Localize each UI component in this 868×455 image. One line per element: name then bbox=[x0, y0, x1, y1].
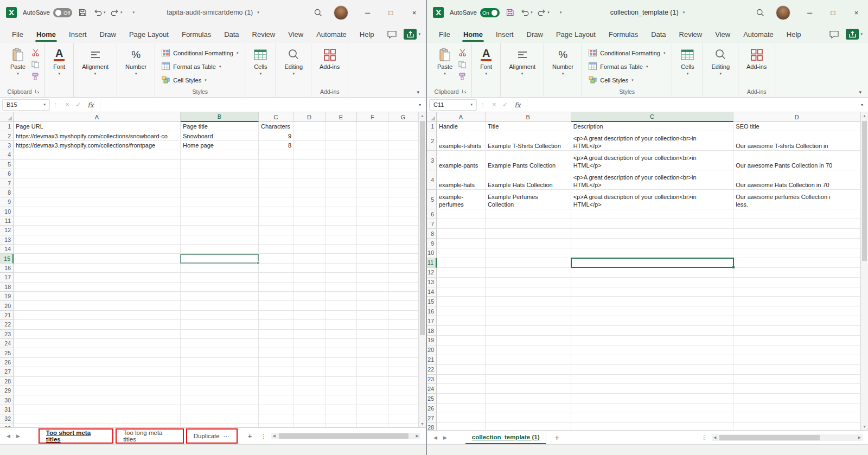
cell-E24[interactable] bbox=[326, 339, 357, 348]
row-header-25[interactable]: 25 bbox=[427, 394, 437, 403]
cell-B13[interactable] bbox=[181, 235, 259, 245]
cell-A13[interactable] bbox=[14, 235, 181, 245]
cell-F27[interactable] bbox=[357, 367, 388, 376]
cell-B17[interactable] bbox=[181, 273, 259, 282]
cell-G29[interactable] bbox=[388, 386, 418, 395]
column-header-E[interactable]: E bbox=[326, 112, 357, 122]
insert-function-icon[interactable]: fx bbox=[510, 101, 525, 109]
cell-C13[interactable] bbox=[571, 278, 734, 287]
cell-F24[interactable] bbox=[357, 339, 388, 348]
cell-A24[interactable] bbox=[14, 339, 181, 348]
cell-A12[interactable] bbox=[437, 268, 486, 278]
scroll-left-icon[interactable]: ◀ bbox=[713, 435, 716, 440]
row-header-10[interactable]: 10 bbox=[427, 248, 437, 258]
cell-C33[interactable] bbox=[259, 424, 293, 428]
cell-C5[interactable]: <p>A great description of your collectio… bbox=[571, 190, 734, 209]
cell-D21[interactable] bbox=[293, 311, 326, 320]
cell-C18[interactable] bbox=[259, 283, 293, 292]
cell-D32[interactable] bbox=[293, 414, 326, 424]
cell-F2[interactable] bbox=[357, 131, 388, 140]
add-sheet-button[interactable]: + bbox=[551, 433, 563, 442]
cell-C4[interactable]: <p>A great description of your collectio… bbox=[571, 170, 734, 190]
cell-G16[interactable] bbox=[388, 264, 418, 273]
cell-C1[interactable]: Characters bbox=[259, 122, 293, 131]
cell-A8[interactable] bbox=[14, 188, 181, 197]
cell-D14[interactable] bbox=[293, 245, 326, 254]
cell-A23[interactable] bbox=[14, 330, 181, 339]
vertical-scroll-thumb[interactable] bbox=[862, 121, 867, 261]
cell-A19[interactable] bbox=[14, 292, 181, 301]
row-header-31[interactable]: 31 bbox=[0, 405, 14, 414]
cell-C22[interactable] bbox=[571, 365, 734, 375]
cell-C27[interactable] bbox=[259, 367, 293, 376]
ribbon-collapse-icon[interactable]: ▾ bbox=[859, 89, 861, 95]
cell-D11[interactable] bbox=[293, 216, 326, 226]
cell-G7[interactable] bbox=[388, 178, 418, 188]
cell-B18[interactable] bbox=[486, 326, 571, 336]
cell-C3[interactable]: 8 bbox=[259, 141, 293, 150]
autosave-pill[interactable]: On bbox=[480, 8, 500, 17]
cell-B19[interactable] bbox=[181, 292, 259, 301]
cell-A18[interactable] bbox=[14, 283, 181, 292]
cell-C23[interactable] bbox=[571, 375, 734, 384]
cell-A32[interactable] bbox=[14, 414, 181, 424]
cell-F16[interactable] bbox=[357, 264, 388, 273]
row-header-32[interactable]: 32 bbox=[0, 414, 14, 424]
cell-E5[interactable] bbox=[326, 160, 357, 169]
cell-A31[interactable] bbox=[14, 405, 181, 414]
ribbon-tab-draw[interactable]: Draw bbox=[93, 25, 123, 43]
cell-C2[interactable]: <p>A great description of your collectio… bbox=[571, 131, 734, 151]
cell-A14[interactable] bbox=[14, 245, 181, 254]
cell-E21[interactable] bbox=[326, 311, 357, 320]
cell-B28[interactable] bbox=[486, 423, 571, 430]
cell-A22[interactable] bbox=[437, 365, 486, 375]
cell-D10[interactable] bbox=[293, 207, 326, 216]
cell-A4[interactable]: example-hats bbox=[437, 170, 486, 190]
cell-B22[interactable] bbox=[486, 365, 571, 375]
cell-B26[interactable] bbox=[486, 403, 571, 413]
row-header-7[interactable]: 7 bbox=[0, 178, 14, 188]
row-header-9[interactable]: 9 bbox=[0, 197, 14, 207]
row-header-25[interactable]: 25 bbox=[0, 348, 14, 357]
autosave-toggle[interactable]: AutoSave Off bbox=[23, 8, 72, 17]
cell-D7[interactable] bbox=[293, 178, 326, 188]
cell-C6[interactable] bbox=[259, 169, 293, 178]
cell-E12[interactable] bbox=[326, 226, 357, 235]
cell-C20[interactable] bbox=[259, 301, 293, 310]
cell-C6[interactable] bbox=[571, 209, 734, 219]
cell-F15[interactable] bbox=[357, 254, 388, 263]
cell-D24[interactable] bbox=[293, 339, 326, 348]
sheet-tab-too-short-meta-titles[interactable]: Too short meta titles bbox=[39, 428, 113, 444]
format-as-table-button[interactable]: Format as Table ▾ bbox=[159, 60, 223, 73]
cell-A5[interactable] bbox=[14, 160, 181, 169]
cell-A21[interactable] bbox=[437, 355, 486, 365]
cell-E25[interactable] bbox=[326, 348, 357, 357]
cell-D22[interactable] bbox=[293, 320, 326, 329]
cell-A24[interactable] bbox=[437, 384, 486, 394]
cell-A21[interactable] bbox=[14, 311, 181, 320]
row-header-13[interactable]: 13 bbox=[0, 235, 14, 245]
cell-C24[interactable] bbox=[571, 384, 734, 394]
name-box[interactable]: C11 ▾ bbox=[429, 99, 477, 111]
ribbon-tab-help[interactable]: Help bbox=[353, 25, 381, 43]
row-header-28[interactable]: 28 bbox=[427, 423, 437, 430]
select-all-corner[interactable] bbox=[427, 112, 437, 122]
column-header-B[interactable]: B bbox=[486, 112, 571, 122]
cell-C28[interactable] bbox=[571, 423, 734, 430]
cell-F11[interactable] bbox=[357, 216, 388, 226]
number-group-button[interactable]: % Number ▾ bbox=[548, 46, 577, 77]
cell-B24[interactable] bbox=[181, 339, 259, 348]
cell-G5[interactable] bbox=[388, 160, 418, 169]
row-header-11[interactable]: 11 bbox=[427, 258, 437, 268]
cell-B23[interactable] bbox=[486, 375, 571, 384]
row-header-9[interactable]: 9 bbox=[427, 239, 437, 248]
cell-styles-button[interactable]: Cell Styles ▾ bbox=[159, 73, 208, 87]
save-button[interactable] bbox=[76, 5, 89, 20]
cell-D20[interactable] bbox=[293, 301, 326, 310]
cell-G11[interactable] bbox=[388, 216, 418, 226]
cell-E8[interactable] bbox=[326, 188, 357, 197]
cell-B29[interactable] bbox=[181, 386, 259, 395]
cell-A3[interactable]: example-pants bbox=[437, 151, 486, 170]
cell-A26[interactable] bbox=[437, 403, 486, 413]
row-header-17[interactable]: 17 bbox=[0, 273, 14, 282]
